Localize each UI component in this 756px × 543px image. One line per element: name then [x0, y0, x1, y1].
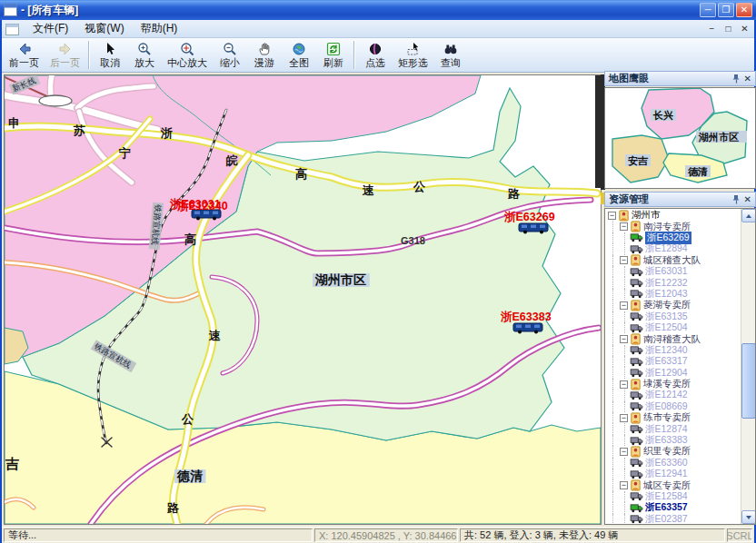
tree-row[interactable]: −湖州市	[606, 210, 740, 221]
truck-icon	[630, 357, 643, 367]
zoom-out-button[interactable]: 缩小	[213, 39, 247, 71]
tree-row[interactable]: 浙E02387	[606, 514, 740, 524]
collapse-icon[interactable]: −	[620, 222, 628, 231]
title-bar[interactable]: - [所有车辆] ─ ❐ ✕	[0, 0, 756, 20]
organization-icon	[630, 333, 642, 345]
tree-row[interactable]: 浙E12874	[606, 423, 740, 434]
toolbar-button-label: 取消	[100, 56, 120, 70]
status-vehicle-counts: 共: 52 辆, 登入: 3 辆, 未登入: 49 辆	[460, 528, 725, 542]
tree-row[interactable]: −南浔稽查大队	[606, 333, 740, 344]
collapse-icon[interactable]: −	[620, 380, 628, 389]
truck-icon	[630, 514, 643, 524]
map-text-label: 速	[208, 329, 221, 342]
status-bar: 等待... X: 120.45904825 , Y: 30.84466204 共…	[2, 527, 754, 543]
tree-vehicle[interactable]: 浙E02387	[645, 513, 688, 524]
tree-row[interactable]: 浙E12142	[606, 390, 740, 400]
truck-icon	[630, 390, 643, 400]
truck-icon	[630, 424, 643, 434]
truck-icon	[630, 311, 643, 321]
resource-panel-title: 资源管理	[609, 193, 649, 206]
resource-panel-header[interactable]: 资源管理 ✕	[604, 192, 756, 207]
forward-arrow-icon	[58, 42, 73, 56]
restore-button[interactable]: ❐	[718, 3, 734, 17]
tree-row[interactable]: 浙E12894	[606, 243, 740, 254]
minimize-button[interactable]: ─	[700, 3, 716, 17]
app-icon	[4, 4, 17, 16]
tree-row[interactable]: 浙E63383	[606, 435, 740, 446]
tree-row[interactable]: 浙E12584	[606, 491, 740, 502]
tree-row[interactable]: 浙E63317	[606, 356, 740, 367]
map-text-label: 宁	[118, 146, 131, 160]
menu-items: 文件(F)视窗(W)帮助(H)	[25, 19, 185, 38]
menu-item-0[interactable]: 文件(F)	[25, 19, 76, 38]
truck-icon	[630, 232, 643, 242]
zoom-out-icon	[223, 42, 237, 56]
tree-row[interactable]: 浙E12941	[606, 469, 740, 479]
collapse-icon[interactable]: −	[620, 481, 628, 489]
menu-item-2[interactable]: 帮助(H)	[133, 19, 186, 38]
map-text-label: 浙	[160, 126, 173, 140]
pan-button[interactable]: 漫游	[247, 39, 282, 71]
toolbar-button-label: 放大	[134, 56, 154, 70]
toolbar-button-label: 前一页	[9, 56, 39, 70]
next-button[interactable]: 后一页	[45, 39, 85, 71]
close-panel-icon[interactable]: ✕	[744, 74, 751, 84]
tree-row[interactable]: 浙E63357	[606, 502, 740, 513]
full-extent-button[interactable]: 全图	[282, 39, 316, 71]
tree-row[interactable]: −菱湖专卖所	[606, 300, 740, 311]
point-select-button[interactable]: 点选	[358, 39, 393, 71]
center-zoom-button[interactable]: 中心放大	[162, 39, 213, 71]
map-text-label: 路	[507, 187, 521, 201]
tree-row[interactable]: 浙E12043	[606, 289, 740, 300]
close-button[interactable]: ✕	[736, 3, 752, 17]
tree-row[interactable]: 浙E12340	[606, 345, 740, 356]
truck-icon	[630, 503, 643, 513]
tree-row[interactable]: 浙E63031	[606, 266, 740, 277]
scrollbar-thumb[interactable]	[741, 343, 756, 419]
query-button[interactable]: 查询	[433, 39, 468, 71]
close-panel-icon[interactable]: ✕	[744, 195, 751, 204]
tree-row[interactable]: −城区专卖所	[606, 479, 740, 490]
eagle-eye-header[interactable]: 地图鹰眼 ✕	[604, 71, 756, 86]
tree-row[interactable]: 浙E12232	[606, 277, 740, 288]
organization-icon	[630, 300, 642, 311]
map-viewport[interactable]: 申苏宁浙皖高速公路高速公路吉G318湖州市区德清新长线铁路宣杭线铁路宣杭线 浙E…	[4, 74, 602, 525]
scroll-down-icon[interactable]	[741, 510, 756, 524]
tree-row[interactable]: 浙E63135	[606, 311, 740, 322]
eagle-eye-map[interactable]: 长兴 湖州市区 安吉 德清	[604, 87, 756, 189]
mdi-restore-button[interactable]: □	[721, 22, 736, 35]
collapse-icon[interactable]: −	[608, 212, 616, 220]
pin-icon[interactable]	[731, 74, 741, 84]
collapse-icon[interactable]: −	[620, 256, 628, 264]
tree-row[interactable]: −南浔专卖所	[606, 221, 740, 232]
tree-row[interactable]: 浙E12504	[606, 322, 740, 333]
tree-row[interactable]: −练市专卖所	[606, 412, 740, 423]
tree-row[interactable]: 浙E08669	[606, 401, 740, 412]
collapse-icon[interactable]: −	[620, 448, 628, 456]
collapse-icon[interactable]: −	[620, 301, 628, 310]
map-canvas[interactable]: 申苏宁浙皖高速公路高速公路吉G318湖州市区德清新长线铁路宣杭线铁路宣杭线 浙E…	[5, 75, 601, 524]
tree-row[interactable]: 浙E12904	[606, 367, 740, 378]
cursor-icon	[103, 42, 117, 56]
collapse-icon[interactable]: −	[620, 335, 628, 343]
cancel-button[interactable]: 取消	[93, 39, 127, 71]
zoom-in-button[interactable]: 放大	[127, 39, 162, 71]
tree-row[interactable]: 浙E63269	[606, 232, 740, 243]
tree-row[interactable]: 浙E63360	[606, 458, 740, 469]
tree-row[interactable]: −织里专卖所	[606, 446, 740, 457]
organization-icon	[630, 412, 642, 424]
map-text-label: 申	[8, 116, 20, 130]
tree-row[interactable]: −埭溪专卖所	[606, 379, 740, 390]
tree-row[interactable]: −城区稽查大队	[606, 255, 740, 266]
menu-item-1[interactable]: 视窗(W)	[76, 19, 132, 38]
rect-select-button[interactable]: 矩形选	[393, 39, 433, 71]
scroll-up-icon[interactable]	[741, 209, 756, 222]
refresh-button[interactable]: 刷新	[316, 39, 351, 71]
mdi-minimize-button[interactable]: −	[704, 22, 720, 35]
collapse-icon[interactable]: −	[620, 414, 628, 422]
pin-icon[interactable]	[731, 194, 741, 204]
tree-scrollbar[interactable]	[741, 209, 755, 524]
prev-button[interactable]: 前一页	[4, 39, 45, 71]
mdi-close-button[interactable]: ✕	[737, 22, 752, 35]
window-title: - [所有车辆]	[21, 3, 698, 18]
